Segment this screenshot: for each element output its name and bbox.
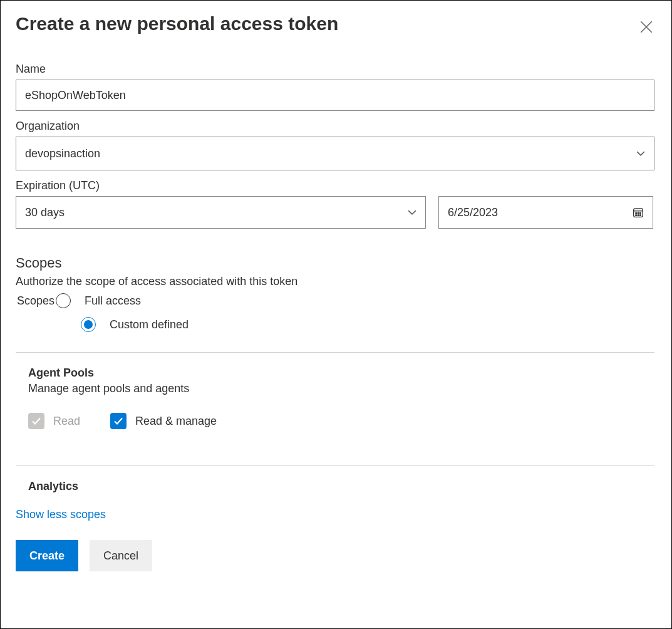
checkbox-agent-pools-read bbox=[28, 413, 44, 429]
name-label: Name bbox=[16, 63, 656, 76]
radio-full-access-label: Full access bbox=[85, 294, 141, 308]
scopes-heading: Scopes bbox=[16, 255, 656, 271]
scopes-radio-label: Scopes bbox=[17, 294, 54, 308]
radio-custom-defined-label: Custom defined bbox=[110, 318, 189, 331]
svg-point-4 bbox=[639, 212, 641, 214]
agent-pools-read-label: Read bbox=[53, 415, 80, 428]
organization-label: Organization bbox=[16, 120, 656, 133]
cancel-button[interactable]: Cancel bbox=[90, 540, 152, 571]
chevron-down-icon bbox=[408, 208, 416, 217]
calendar-icon bbox=[633, 207, 644, 218]
expiration-label: Expiration (UTC) bbox=[16, 179, 656, 192]
check-icon bbox=[113, 416, 123, 426]
organization-value: devopsinaction bbox=[25, 147, 100, 160]
expiration-date-picker[interactable]: 6/25/2023 bbox=[438, 196, 653, 229]
toggle-scopes-link[interactable]: Show less scopes bbox=[16, 508, 106, 521]
name-input[interactable] bbox=[16, 80, 654, 111]
check-icon bbox=[31, 416, 41, 426]
svg-point-7 bbox=[639, 215, 641, 216]
radio-full-access[interactable] bbox=[56, 293, 71, 308]
close-button[interactable] bbox=[636, 17, 656, 39]
scopes-description: Authorize the scope of access associated… bbox=[16, 275, 656, 288]
svg-point-5 bbox=[636, 215, 637, 216]
agent-pools-read-manage-label: Read & manage bbox=[135, 415, 217, 428]
analytics-heading: Analytics bbox=[28, 480, 656, 493]
svg-point-3 bbox=[638, 212, 639, 214]
agent-pools-subtitle: Manage agent pools and agents bbox=[28, 382, 656, 395]
chevron-down-icon bbox=[636, 149, 645, 158]
expiration-date-value: 6/25/2023 bbox=[448, 206, 498, 219]
dialog-title: Create a new personal access token bbox=[16, 13, 338, 34]
agent-pools-heading: Agent Pools bbox=[28, 366, 656, 380]
checkbox-agent-pools-read-manage[interactable] bbox=[110, 413, 127, 429]
radio-custom-defined[interactable] bbox=[81, 317, 96, 332]
organization-select[interactable]: devopsinaction bbox=[16, 137, 654, 170]
svg-point-2 bbox=[636, 212, 637, 214]
expiration-duration-select[interactable]: 30 days bbox=[16, 196, 426, 229]
create-button[interactable]: Create bbox=[16, 540, 78, 571]
expiration-duration-value: 30 days bbox=[25, 206, 65, 219]
close-icon bbox=[640, 21, 653, 33]
svg-point-6 bbox=[638, 215, 639, 216]
